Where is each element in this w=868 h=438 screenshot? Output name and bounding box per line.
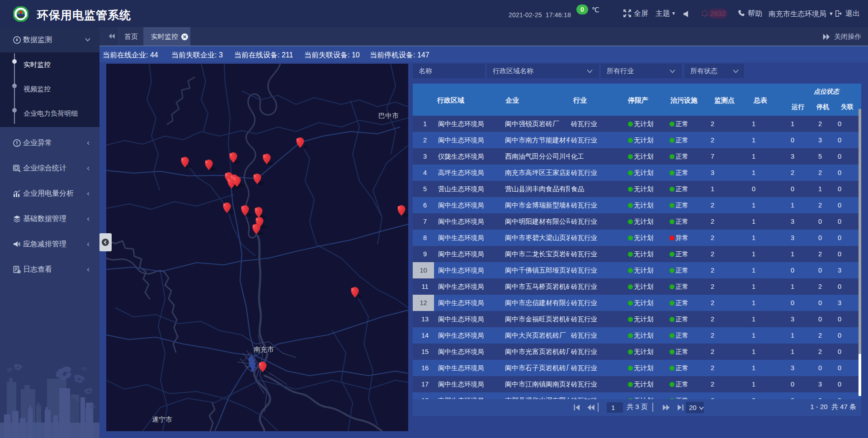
svg-text:巴中市: 巴中市 bbox=[378, 112, 399, 119]
svg-text:遂宁市: 遂宁市 bbox=[152, 415, 172, 423]
svg-text:南充市: 南充市 bbox=[254, 345, 274, 353]
